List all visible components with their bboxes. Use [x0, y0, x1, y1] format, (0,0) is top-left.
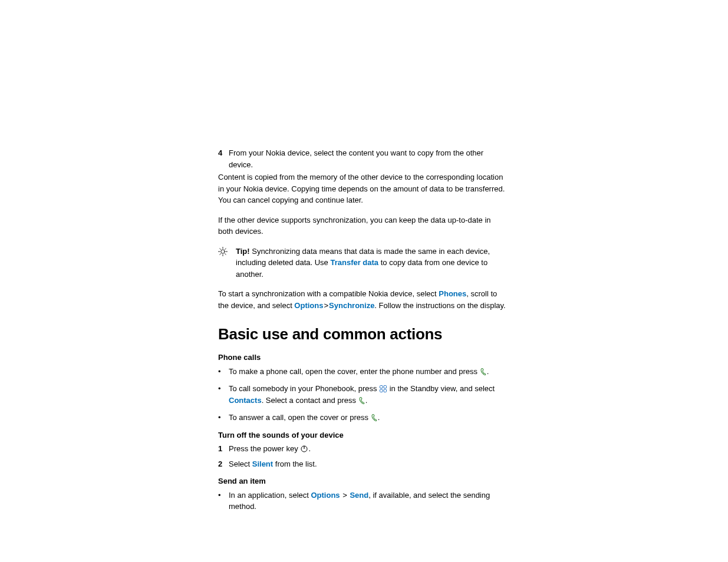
send-item-list: In an application, select Options > Send…	[218, 490, 507, 513]
send-item-bullet: In an application, select Options > Send…	[218, 490, 507, 513]
phone-calls-list: To make a phone call, open the cover, en…	[218, 366, 507, 424]
send-item-heading: Send an item	[218, 475, 507, 487]
to-s1-end: .	[308, 444, 311, 453]
options-link: Options	[294, 301, 323, 310]
pc-b1-end: .	[487, 367, 489, 376]
phone-call-bullet-3: To answer a call, open the cover or pres…	[218, 412, 507, 424]
turn-off-step-1: Press the power key .	[218, 443, 507, 455]
call-key-icon	[480, 368, 486, 375]
send-options-link: Options	[311, 491, 340, 500]
start-sync-para: To start a synchronization with a compat…	[218, 288, 507, 311]
tip-row: Tip! Synchronizing data means that data …	[218, 246, 507, 280]
tip-text: Tip! Synchronizing data means that data …	[236, 246, 507, 280]
send-link: Send	[350, 491, 368, 500]
call-key-icon-2	[359, 397, 365, 404]
content-column: 4 From your Nokia device, select the con…	[218, 147, 507, 513]
gt-1: >	[324, 301, 328, 310]
pc-b3-end: .	[378, 413, 380, 422]
step-4-number: 4	[218, 147, 229, 170]
start-sync-t3: . Follow the instructions on the display…	[374, 301, 505, 310]
tip-icon	[218, 246, 236, 260]
svg-line-7	[225, 248, 226, 249]
synchronize-link: Synchronize	[329, 301, 374, 310]
pc-b2c: . Select a contact and press	[262, 396, 358, 405]
svg-point-8	[221, 249, 225, 253]
svg-rect-12	[384, 389, 387, 392]
transfer-data-link: Transfer data	[330, 258, 378, 267]
svg-line-4	[220, 248, 221, 249]
copy-content-para: Content is copied from the memory of the…	[218, 171, 507, 206]
turn-off-heading: Turn off the sounds of your device	[218, 429, 507, 441]
pc-b2-end: .	[365, 396, 368, 405]
tip-label: Tip!	[236, 247, 250, 256]
call-key-icon-3	[371, 414, 377, 421]
start-sync-t1: To start a synchronization with a compat…	[218, 289, 439, 298]
to-s2b: from the list.	[273, 459, 317, 468]
svg-line-6	[220, 253, 221, 254]
step-4-text: From your Nokia device, select the conte…	[229, 147, 507, 170]
menu-key-icon	[380, 385, 387, 392]
svg-rect-11	[380, 389, 383, 392]
section-heading: Basic use and common actions	[218, 323, 507, 346]
contacts-link: Contacts	[229, 396, 262, 405]
pc-b1-text: To make a phone call, open the cover, en…	[229, 367, 480, 376]
svg-rect-9	[380, 386, 383, 389]
gt-2: >	[342, 491, 347, 500]
pc-b2b: in the Standby view, and select	[387, 384, 495, 393]
manual-page: 4 From your Nokia device, select the con…	[218, 0, 725, 513]
phone-call-bullet-2: To call somebody in your Phonebook, pres…	[218, 383, 507, 406]
step-4-row: 4 From your Nokia device, select the con…	[218, 147, 507, 170]
si-b1a: In an application, select	[229, 491, 311, 500]
svg-line-5	[225, 253, 226, 254]
pc-b3: To answer a call, open the cover or pres…	[229, 413, 371, 422]
phone-call-bullet-1: To make a phone call, open the cover, en…	[218, 366, 507, 378]
to-s2a: Select	[229, 459, 252, 468]
svg-rect-10	[384, 386, 387, 389]
silent-link: Silent	[252, 459, 273, 468]
phones-link: Phones	[439, 289, 466, 298]
power-key-icon	[301, 445, 308, 452]
turn-off-steps: Press the power key . Select Silent from…	[218, 443, 507, 470]
to-s1: Press the power key	[229, 444, 300, 453]
turn-off-step-2: Select Silent from the list.	[218, 458, 507, 470]
sync-support-para: If the other device supports synchroniza…	[218, 214, 507, 237]
phone-calls-heading: Phone calls	[218, 352, 507, 363]
pc-b2a: To call somebody in your Phonebook, pres…	[229, 384, 379, 393]
